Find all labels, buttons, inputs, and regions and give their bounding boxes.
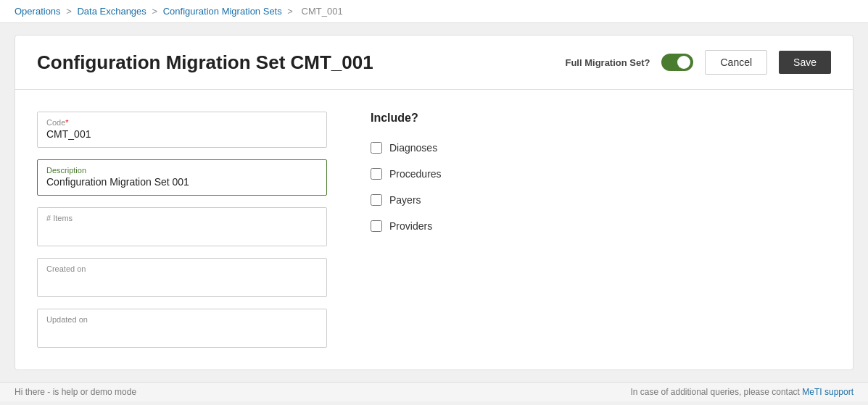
include-title: Include? xyxy=(371,112,442,125)
checkbox-payers: Payers xyxy=(371,194,442,206)
checkbox-diagnoses: Diagnoses xyxy=(371,142,442,154)
code-required: * xyxy=(65,118,68,127)
breadcrumb-sep-2: > xyxy=(152,6,160,17)
updated-on-value xyxy=(46,325,318,340)
code-field-group: Code* xyxy=(37,112,327,148)
updated-on-field-group: Updated on xyxy=(37,309,327,348)
items-value xyxy=(46,224,318,238)
checkbox-providers-label: Providers xyxy=(389,220,432,232)
checkbox-payers-label: Payers xyxy=(389,194,421,206)
items-label: # Items xyxy=(46,214,318,222)
created-on-value xyxy=(46,275,318,289)
breadcrumb-operations[interactable]: Operations xyxy=(15,6,61,17)
items-field-group: # Items xyxy=(37,207,327,246)
checkbox-providers: Providers xyxy=(371,220,442,232)
checkbox-providers-input[interactable] xyxy=(371,220,382,232)
full-migration-label: Full Migration Set? xyxy=(565,57,650,68)
breadcrumb-config-migration-sets[interactable]: Configuration Migration Sets xyxy=(163,6,282,17)
updated-on-label: Updated on xyxy=(46,315,318,324)
full-migration-toggle[interactable] xyxy=(661,54,693,71)
right-section: Include? Diagnoses Procedures Payers Pro… xyxy=(371,112,442,348)
created-on-field-group: Created on xyxy=(37,258,327,297)
checkbox-procedures-label: Procedures xyxy=(389,168,442,180)
checkbox-diagnoses-input[interactable] xyxy=(371,142,382,154)
code-input[interactable] xyxy=(46,128,318,140)
page-title: Configuration Migration Set CMT_001 xyxy=(37,51,373,74)
checkbox-diagnoses-label: Diagnoses xyxy=(389,142,437,154)
toggle-slider xyxy=(661,54,693,71)
header-actions: Full Migration Set? Cancel Save xyxy=(565,50,831,75)
page-header: Configuration Migration Set CMT_001 Full… xyxy=(15,36,853,90)
main-card: Configuration Migration Set CMT_001 Full… xyxy=(15,35,853,370)
checkbox-procedures-input[interactable] xyxy=(371,168,382,180)
form-area: Code* Description # Items Created on xyxy=(15,90,853,369)
created-on-label: Created on xyxy=(46,264,318,273)
breadcrumb-bar: Operations > Data Exchanges > Configurat… xyxy=(0,0,868,23)
breadcrumb-data-exchanges[interactable]: Data Exchanges xyxy=(77,6,146,17)
footer-bar: Hi there - is help or demo mode In case … xyxy=(0,382,868,401)
description-field-group: Description xyxy=(37,159,327,196)
footer-right: In case of additional queries, please co… xyxy=(630,387,853,397)
cancel-button[interactable]: Cancel xyxy=(705,50,767,75)
save-button[interactable]: Save xyxy=(779,51,831,74)
description-input[interactable] xyxy=(46,176,318,188)
checkbox-payers-input[interactable] xyxy=(371,194,382,206)
footer-right-text: In case of additional queries, please co… xyxy=(630,387,799,397)
breadcrumb: Operations > Data Exchanges > Configurat… xyxy=(15,6,853,17)
footer-support-link[interactable]: MeTI support xyxy=(802,387,853,397)
description-label: Description xyxy=(46,166,318,175)
footer-left-text: Hi there - is help or demo mode xyxy=(15,387,136,397)
breadcrumb-current: CMT_001 xyxy=(302,6,343,17)
breadcrumb-sep-1: > xyxy=(66,6,74,17)
breadcrumb-sep-3: > xyxy=(287,6,295,17)
code-label: Code* xyxy=(46,118,318,127)
checkbox-procedures: Procedures xyxy=(371,168,442,180)
left-fields: Code* Description # Items Created on xyxy=(37,112,327,348)
